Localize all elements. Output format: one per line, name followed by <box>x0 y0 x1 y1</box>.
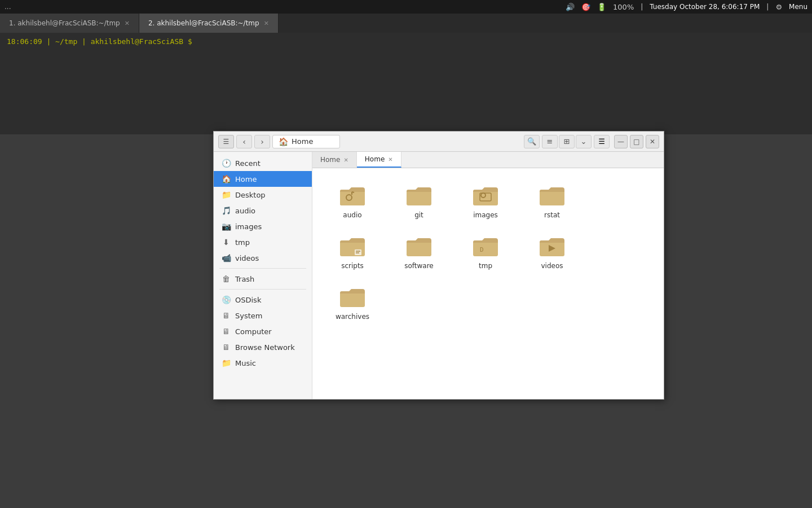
dropdown-button[interactable]: ⌄ <box>576 135 592 148</box>
fm-content: 🕐 Recent 🏠 Home 📁 Desktop 🎵 audio 📷 imag… <box>214 152 664 399</box>
target-icon[interactable]: 🎯 <box>581 3 590 11</box>
minimize-button[interactable]: — <box>614 135 628 148</box>
sidebar-item-recent[interactable]: 🕐 Recent <box>214 155 312 171</box>
fm-main: Home ✕ Home ✕ <box>312 152 664 399</box>
system-bar: ... 🔊 🎯 🔋 100% | Tuesday October 28, 6:0… <box>0 0 812 14</box>
file-name-software: software <box>404 262 434 270</box>
file-name-audio: audio <box>343 211 361 219</box>
folder-git-icon <box>405 182 433 209</box>
folder-videos-icon <box>539 233 566 260</box>
sidebar-divider-1 <box>219 268 306 269</box>
sidebar-item-home[interactable]: 🏠 Home <box>214 171 312 187</box>
folder-scripts-icon <box>339 233 366 260</box>
sidebar-item-videos[interactable]: 📹 videos <box>214 250 312 266</box>
file-item-scripts[interactable]: scripts <box>321 228 383 274</box>
separator2: | <box>766 3 769 11</box>
audio-icon: 🎵 <box>222 206 231 215</box>
search-button[interactable]: 🔍 <box>524 135 540 148</box>
sidebar-item-browse-network[interactable]: 🖥 Browse Network <box>214 339 312 355</box>
file-name-images: images <box>473 211 498 219</box>
settings-icon[interactable]: ⚙ <box>775 3 782 11</box>
tab1-close-icon[interactable]: ✕ <box>125 20 130 27</box>
file-manager-window: ☰ ‹ › 🏠 Home 🔍 ≡ ⊞ ⌄ ☰ — □ ✕ 🕐 Recent <box>213 131 664 400</box>
browse-network-icon: 🖥 <box>222 343 231 352</box>
fm-tab2-label: Home <box>365 155 385 163</box>
close-button[interactable]: ✕ <box>646 135 659 148</box>
maximize-button[interactable]: □ <box>630 135 643 148</box>
battery-icon: 🔋 <box>597 3 606 11</box>
fm-titlebar: ☰ ‹ › 🏠 Home 🔍 ≡ ⊞ ⌄ ☰ — □ ✕ <box>214 132 664 152</box>
fm-tab2-close-icon[interactable]: ✕ <box>388 156 392 163</box>
folder-rstat-icon <box>539 182 566 209</box>
sidebar-label-music: Music <box>235 359 256 367</box>
folder-software-icon <box>405 233 433 260</box>
sidebar-toggle-button[interactable]: ☰ <box>218 135 234 148</box>
location-home-icon: 🏠 <box>279 137 288 146</box>
system-icon: 🖥 <box>222 311 231 320</box>
grid-view-button[interactable]: ⊞ <box>559 135 575 148</box>
recent-icon: 🕐 <box>222 159 231 168</box>
volume-icon[interactable]: 🔊 <box>566 3 575 11</box>
fm-tab-1[interactable]: Home ✕ <box>312 152 357 168</box>
images-icon: 📷 <box>222 222 231 231</box>
window-controls: — □ ✕ <box>614 135 659 148</box>
file-item-tmp[interactable]: D tmp <box>454 228 517 274</box>
computer-icon: 🖥 <box>222 327 231 336</box>
sidebar-label-recent: Recent <box>235 159 261 168</box>
file-item-rstat[interactable]: rstat <box>521 177 583 224</box>
sidebar-label-desktop: Desktop <box>235 191 266 199</box>
file-item-videos[interactable]: videos <box>521 228 583 274</box>
folder-tmp-icon: D <box>472 233 499 260</box>
sidebar-item-osdisk[interactable]: 💿 OSDisk <box>214 292 312 308</box>
fm-tab1-label: Home <box>320 156 340 164</box>
file-name-warchives: warchives <box>336 313 369 321</box>
file-item-images[interactable]: images <box>454 177 517 224</box>
sidebar-item-computer[interactable]: 🖥 Computer <box>214 323 312 339</box>
sidebar-item-desktop[interactable]: 📁 Desktop <box>214 187 312 203</box>
sidebar-label-trash: Trash <box>235 275 254 283</box>
sidebar-item-system[interactable]: 🖥 System <box>214 308 312 323</box>
sidebar-item-music[interactable]: 📁 Music <box>214 355 312 371</box>
terminal-tabs-bar: 1. akhilsbehl@FracSciASB:~/tmp ✕ 2. akhi… <box>0 14 812 33</box>
svg-rect-19 <box>340 291 365 307</box>
dots-menu[interactable]: ... <box>5 3 11 11</box>
svg-text:D: D <box>480 246 484 253</box>
sidebar-label-videos: videos <box>235 254 259 262</box>
tab2-close-icon[interactable]: ✕ <box>264 20 269 27</box>
fm-tab-2[interactable]: Home ✕ <box>357 152 401 168</box>
svg-line-4 <box>352 192 354 192</box>
sidebar-label-computer: Computer <box>235 327 272 336</box>
svg-rect-14 <box>407 240 431 256</box>
svg-rect-15 <box>473 240 498 256</box>
file-item-audio[interactable]: audio <box>321 177 383 224</box>
sidebar-item-trash[interactable]: 🗑 Trash <box>214 271 312 287</box>
terminal-tab-1[interactable]: 1. akhilsbehl@FracSciASB:~/tmp ✕ <box>0 14 139 33</box>
file-item-warchives[interactable]: warchives <box>321 279 383 325</box>
sidebar-label-tmp: tmp <box>235 238 250 247</box>
location-bar[interactable]: 🏠 Home <box>272 135 340 148</box>
sidebar-item-audio[interactable]: 🎵 audio <box>214 203 312 218</box>
svg-rect-9 <box>540 190 564 205</box>
music-icon: 📁 <box>222 358 231 367</box>
sidebar-label-osdisk: OSDisk <box>235 296 261 304</box>
sidebar-item-images[interactable]: 📷 images <box>214 218 312 234</box>
terminal-area[interactable]: 18:06:09 | ~/tmp | akhilsbehl@FracSciASB… <box>0 33 812 134</box>
hamburger-menu-button[interactable]: ☰ <box>594 135 610 148</box>
folder-audio-icon <box>339 182 366 209</box>
forward-button[interactable]: › <box>254 135 270 148</box>
datetime: Tuesday October 28, 6:06:17 PM <box>650 3 760 11</box>
list-view-button[interactable]: ≡ <box>542 135 558 148</box>
location-label: Home <box>292 137 313 146</box>
fm-files-grid: audio git <box>312 168 664 399</box>
folder-warchives-icon <box>339 283 366 310</box>
system-bar-left: ... <box>5 3 11 11</box>
file-item-git[interactable]: git <box>388 177 450 224</box>
sidebar-item-tmp[interactable]: ⬇ tmp <box>214 234 312 250</box>
svg-rect-6 <box>473 190 498 205</box>
file-item-software[interactable]: software <box>388 228 450 274</box>
desktop-icon: 📁 <box>222 190 231 199</box>
terminal-tab-2[interactable]: 2. akhilsbehl@FracSciASB:~/tmp ✕ <box>139 14 279 33</box>
back-button[interactable]: ‹ <box>236 135 252 148</box>
fm-tab1-close-icon[interactable]: ✕ <box>343 157 348 163</box>
menu-label[interactable]: Menu <box>789 3 807 11</box>
